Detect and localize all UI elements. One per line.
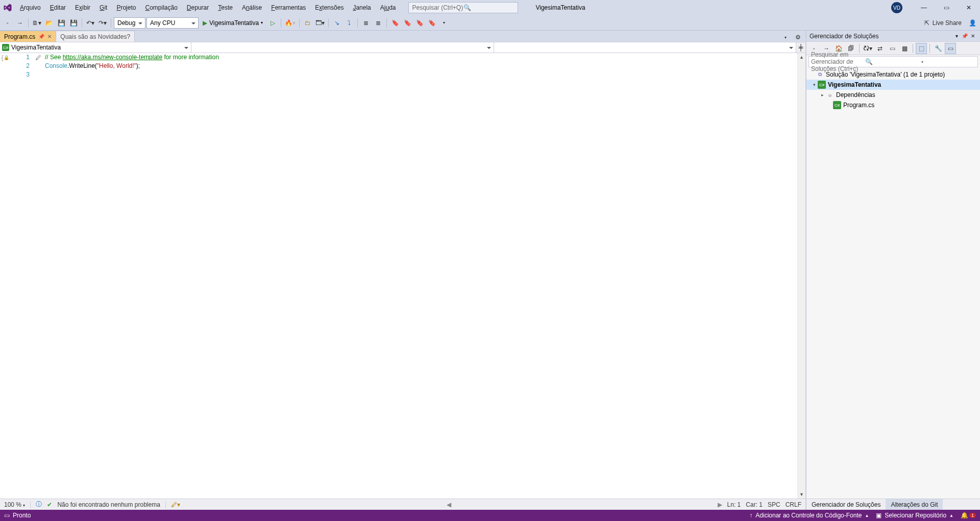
scroll-right-icon[interactable]: ▶ (718, 501, 722, 508)
info-icon[interactable]: ⓘ (36, 500, 42, 509)
cursor-col-label: Car: 1 (746, 501, 763, 508)
nav-backward-button[interactable]: ◦ (2, 17, 13, 29)
tree-file-node[interactable]: C# Program.cs (806, 100, 980, 110)
tree-solution-node[interactable]: ⧉ Solução 'VigesimaTentativa' (1 de 1 pr… (806, 69, 980, 80)
add-source-control-button[interactable]: ↑ Adicionar ao Controle do Código-Fonte … (749, 512, 869, 519)
user-avatar[interactable]: VD (891, 2, 902, 13)
vs-logo-icon (0, 3, 15, 12)
menu-ajuda[interactable]: Ajuda (376, 0, 401, 15)
menu-exibir[interactable]: Exibir (70, 0, 95, 15)
se-preview-toggle[interactable]: ⬚ (916, 43, 927, 54)
menu-analise[interactable]: Análise (237, 0, 266, 15)
cursor-line-label: Ln: 1 (727, 501, 741, 508)
action-margin: 🖉 (34, 53, 43, 499)
uncomment-button[interactable]: ≣ (373, 17, 384, 29)
indent-label[interactable]: SPC (768, 501, 780, 508)
tree-dependencies-node[interactable]: ▸ ⌾ Dependências (806, 90, 980, 100)
menu-git[interactable]: Git (95, 0, 112, 15)
nav-project-combo[interactable]: C# VigesimaTentativa (0, 42, 191, 53)
tab-settings-button[interactable]: ⚙ (792, 33, 803, 42)
bookmark-next-button[interactable]: 🔖 (414, 17, 425, 29)
tab-dropdown-button[interactable]: ▾ (780, 33, 791, 42)
open-file-button[interactable]: 📂 (43, 17, 55, 29)
solution-explorer-header[interactable]: Gerenciador de Soluções ▾ 📌 ✕ (806, 31, 980, 42)
step-into-icon[interactable]: ↘ (331, 17, 342, 29)
tree-project-node[interactable]: ▾ C# VigesimaTentativa (806, 80, 980, 90)
scroll-down-icon[interactable]: ▼ (799, 490, 804, 499)
nav-member-combo[interactable] (494, 42, 797, 53)
scroll-up-icon[interactable]: ▲ (799, 53, 804, 61)
panel-tab-strip: Gerenciador de Soluções Alterações do Gi… (806, 499, 980, 510)
menu-extensoes[interactable]: Extensões (310, 0, 348, 15)
save-button[interactable]: 💾 (56, 17, 67, 29)
global-search-input[interactable]: Pesquisar (Ctrl+Q) 🔍 (408, 2, 518, 13)
menu-arquivo[interactable]: Arquivo (15, 0, 45, 15)
account-settings-button[interactable]: 👤 (967, 17, 978, 29)
pin-icon[interactable]: 📌 (38, 34, 44, 39)
close-icon[interactable]: ✕ (47, 34, 52, 39)
bookmark-clear-button[interactable]: 🔖 (426, 17, 437, 29)
nav-class-combo[interactable] (191, 42, 494, 53)
window-close-button[interactable]: ✕ (958, 0, 980, 15)
se-properties-button[interactable]: 🔧 (933, 43, 944, 54)
bookmark-prev-button[interactable]: 🔖 (402, 17, 413, 29)
zoom-combo[interactable]: 100 % ▾ (4, 501, 25, 508)
se-show-all-button[interactable]: ▩ (899, 43, 910, 54)
search-placeholder: Pesquisar (Ctrl+Q) (412, 4, 463, 11)
expander-open-icon[interactable]: ▾ (811, 82, 818, 87)
start-debug-button[interactable]: ▶ VigesimaTentativa ▾ (200, 17, 266, 29)
menu-editar[interactable]: Editar (45, 0, 70, 15)
window-minimize-button[interactable]: — (913, 0, 935, 15)
window-maximize-button[interactable]: ▭ (935, 0, 958, 15)
screwdriver-icon[interactable]: 🖉 (34, 53, 43, 62)
hot-reload-button[interactable]: 🔥▾ (284, 17, 297, 29)
toolbar-overflow-button[interactable]: ▾ (438, 17, 450, 29)
bookmark-button[interactable]: 🔖 (389, 17, 401, 29)
code-editor[interactable]: {🔒 1 2 3 🖉 // See https://aka.ms/new-con… (0, 53, 805, 499)
bell-icon: 🔔 (961, 512, 968, 519)
panel-tab-solution-explorer[interactable]: Gerenciador de Soluções (806, 499, 886, 510)
browse-button[interactable]: 🗀 (302, 17, 313, 29)
live-share-button[interactable]: ⇱ Live Share (920, 19, 966, 27)
find-in-files-button[interactable]: 🗔▾ (314, 17, 326, 29)
solution-explorer-search[interactable]: Pesquisar em Gerenciador de Soluções (Ct… (808, 56, 978, 67)
menu-compilacao[interactable]: Compilação (140, 0, 182, 15)
eol-label[interactable]: CRLF (786, 501, 801, 508)
split-editor-button[interactable]: ╪ (796, 42, 805, 53)
nav-forward-button[interactable]: → (14, 17, 26, 29)
se-preview-selected-toggle[interactable]: ▭ (945, 43, 956, 54)
menu-projeto[interactable]: Projeto (112, 0, 140, 15)
menu-ferramentas[interactable]: Ferramentas (266, 0, 310, 15)
scroll-left-icon[interactable]: ◀ (447, 501, 451, 508)
undo-button[interactable]: ↶▾ (85, 17, 96, 29)
configuration-combo[interactable]: Debug (114, 17, 145, 29)
lightbulb-icon[interactable]: 🖉▾ (171, 501, 180, 508)
comment-button[interactable]: ≣ (360, 17, 372, 29)
panel-close-icon[interactable]: ✕ (969, 32, 977, 40)
csharp-project-icon: C# (818, 81, 826, 89)
solution-tree[interactable]: ⧉ Solução 'VigesimaTentativa' (1 de 1 pr… (806, 68, 980, 499)
redo-button[interactable]: ↷▾ (97, 17, 108, 29)
tab-whats-new[interactable]: Quais são as Novidades? (56, 31, 135, 42)
new-project-button[interactable]: 🗎▾ (31, 17, 42, 29)
select-repo-button[interactable]: ▣ Selecionar Repositório ▲ (876, 512, 953, 519)
menu-teste[interactable]: Teste (213, 0, 237, 15)
se-collapse-button[interactable]: ▭ (887, 43, 898, 54)
vertical-scrollbar[interactable]: ▲ ▼ (797, 53, 805, 499)
issues-label[interactable]: Não foi encontrado nenhum problema (57, 501, 160, 508)
se-sync-button[interactable]: ⇄ (874, 43, 886, 54)
notifications-button[interactable]: 🔔 1 (961, 512, 976, 519)
platform-combo[interactable]: Any CPU (146, 17, 199, 29)
save-all-button[interactable]: 💾 (68, 17, 79, 29)
menu-janela[interactable]: Janela (348, 0, 375, 15)
step-over-icon[interactable]: ⤵ (344, 17, 355, 29)
statusbar: ▭ Pronto ↑ Adicionar ao Controle do Códi… (0, 510, 980, 521)
expander-closed-icon[interactable]: ▸ (819, 92, 826, 97)
tab-program-cs[interactable]: Program.cs 📌 ✕ (0, 31, 56, 42)
panel-tab-git-changes[interactable]: Alterações do Git (886, 499, 943, 510)
panel-pin-icon[interactable]: 📌 (961, 32, 969, 40)
code-text[interactable]: // See https://aka.ms/new-console-templa… (43, 53, 797, 499)
menu-depurar[interactable]: Depurar (182, 0, 213, 15)
panel-menu-icon[interactable]: ▾ (952, 32, 961, 40)
start-without-debug-button[interactable]: ▷ (267, 17, 278, 29)
